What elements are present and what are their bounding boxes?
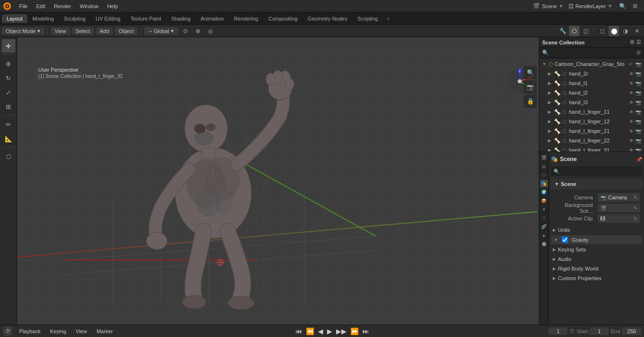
- pin-btn[interactable]: 📌: [636, 157, 642, 162]
- wireframe-shading[interactable]: ◻: [597, 26, 608, 36]
- render-9[interactable]: 📷: [635, 148, 641, 152]
- timeline-icon-btn[interactable]: ⏱: [3, 326, 12, 336]
- search-btn[interactable]: 🔍: [617, 1, 628, 11]
- vis-9[interactable]: 👁: [629, 148, 634, 152]
- add-menu[interactable]: Add: [96, 27, 113, 35]
- play-pause-btn[interactable]: ▶: [326, 327, 334, 335]
- units-section-header[interactable]: ▶ Units: [551, 226, 642, 234]
- background-value[interactable]: 🎬 ✎: [598, 204, 640, 212]
- clip-edit-btn[interactable]: ✎: [633, 216, 637, 221]
- tab-rendering[interactable]: Rendering: [229, 14, 263, 23]
- add-cube-tool[interactable]: ⬡: [2, 150, 15, 163]
- scene-name[interactable]: Scene: [542, 3, 557, 9]
- render-3[interactable]: 📷: [635, 90, 641, 96]
- transform-tool[interactable]: ⊞: [2, 100, 15, 113]
- tab-compositing[interactable]: Compositing: [263, 14, 302, 23]
- playback-menu[interactable]: Playback: [16, 327, 44, 335]
- visibility-btn-0[interactable]: 👁: [628, 62, 633, 67]
- outliner-filter-btn[interactable]: ⚙: [630, 39, 634, 45]
- render-7[interactable]: 📷: [635, 129, 641, 134]
- vis-3[interactable]: 👁: [629, 90, 634, 96]
- outliner-item-finger31[interactable]: ▶ 🦴 ⬡ hand_l_finger_31 👁 📷: [539, 145, 644, 152]
- outliner-options-btn[interactable]: ☰: [636, 39, 641, 45]
- current-frame-input[interactable]: 1: [548, 327, 568, 335]
- outliner-collection-root[interactable]: ▼ ⬡ Cartoon_Character_Gray_Sto 👁 📷: [539, 59, 644, 69]
- select-menu[interactable]: Select: [72, 27, 94, 35]
- snap-btn[interactable]: ⊕: [193, 26, 203, 36]
- vis-1[interactable]: 👁: [629, 71, 634, 76]
- material-props-btn[interactable]: ⬤: [540, 240, 548, 248]
- xray-toggle[interactable]: ◫: [580, 26, 591, 36]
- object-menu[interactable]: Object: [115, 27, 138, 35]
- camera-view-btn[interactable]: 📷: [524, 80, 537, 94]
- jump-end-btn[interactable]: ⏭: [361, 327, 371, 335]
- rigid-body-header[interactable]: ▶ Rigid Body World: [551, 264, 642, 273]
- marker-menu[interactable]: Marker: [94, 327, 116, 335]
- gravity-checkbox[interactable]: [562, 237, 568, 243]
- render-shading[interactable]: ☀: [632, 26, 642, 36]
- render-5[interactable]: 📷: [635, 109, 641, 115]
- outliner-item-finger21[interactable]: ▶ 🦴 ⬡ hand_l_finger_21 👁 📷: [539, 126, 644, 136]
- tab-shading[interactable]: Shading: [166, 14, 195, 23]
- object-data-props-btn[interactable]: ▲: [540, 231, 548, 239]
- outliner-search-input[interactable]: [551, 50, 634, 56]
- vis-4[interactable]: 👁: [629, 100, 634, 105]
- render-6[interactable]: 📷: [635, 119, 641, 124]
- active-clip-value[interactable]: 🎞 ✎: [598, 214, 640, 223]
- pivot-btn[interactable]: ⊙: [180, 26, 191, 36]
- measure-tool[interactable]: 📐: [2, 132, 15, 145]
- viewport-canvas[interactable]: User Perspective (1) Scene Collection | …: [17, 50, 539, 325]
- outliner-filter-icon[interactable]: ⚙: [636, 50, 641, 56]
- outliner-item-hand2r[interactable]: ▶ 🦴 ⬡ hand_2r 👁 📷: [539, 69, 644, 78]
- proportional-btn[interactable]: ◎: [205, 26, 216, 36]
- render-1[interactable]: 📷: [635, 71, 641, 76]
- vis-8[interactable]: 👁: [629, 138, 634, 143]
- world-props-btn[interactable]: 🌍: [540, 188, 548, 196]
- render-props-btn[interactable]: 🎬: [540, 154, 548, 162]
- tab-modeling[interactable]: Modeling: [28, 14, 59, 23]
- filter-btn[interactable]: ⚙: [630, 1, 640, 11]
- cursor-tool[interactable]: ✛: [2, 39, 15, 53]
- vis-5[interactable]: 👁: [629, 109, 634, 115]
- vis-6[interactable]: 👁: [629, 119, 634, 124]
- props-search-input[interactable]: [561, 169, 639, 174]
- step-back-btn[interactable]: ⏪: [305, 327, 316, 335]
- view-layer-props-btn[interactable]: ⬡: [540, 171, 548, 179]
- overlay-toggle[interactable]: ⬡: [569, 26, 579, 36]
- scale-tool[interactable]: ⤢: [2, 86, 15, 99]
- gravity-section-header[interactable]: ▼ Gravity: [551, 235, 642, 244]
- view-menu-timeline[interactable]: View: [73, 327, 90, 335]
- menu-render[interactable]: Render: [50, 2, 75, 10]
- viewport[interactable]: User Perspective (1) Scene Collection | …: [17, 37, 539, 325]
- outliner-item-finger11[interactable]: ▶ 🦴 ⬡ hand_l_finger_11 👁 📷: [539, 107, 644, 117]
- move-tool[interactable]: ⊕: [2, 57, 15, 70]
- menu-file[interactable]: File: [15, 2, 32, 10]
- outliner-item-handl3[interactable]: ▶ 🦴 ⬡ hand_l3 👁 📷: [539, 98, 644, 107]
- next-keyframe-btn[interactable]: ▶▶: [335, 327, 348, 335]
- keying-menu[interactable]: Keying: [47, 327, 69, 335]
- solid-shading[interactable]: ⬤: [609, 26, 619, 36]
- tab-scripting[interactable]: Scripting: [352, 14, 382, 23]
- outliner-item-handl1[interactable]: ▶ 🦴 ⬡ hand_l1 👁 📷: [539, 78, 644, 88]
- tab-geometry-nodes[interactable]: Geometry Nodes: [303, 14, 352, 23]
- lock-view-btn[interactable]: 🔒: [524, 95, 537, 108]
- outliner-item-handl2[interactable]: ▶ 🦴 ⬡ hand_l2 👁 📷: [539, 88, 644, 98]
- keying-section-header[interactable]: ▶ Keying Sets: [551, 245, 642, 254]
- material-shading[interactable]: ◑: [620, 26, 631, 36]
- object-mode-dropdown[interactable]: Object Mode ▼: [2, 27, 44, 35]
- render-8[interactable]: 📷: [635, 138, 641, 143]
- tab-uv-editing[interactable]: UV Editing: [91, 14, 125, 23]
- prev-keyframe-btn[interactable]: ◀: [317, 327, 325, 335]
- audio-section-header[interactable]: ▶ Audio: [551, 255, 642, 263]
- render-4[interactable]: 📷: [635, 100, 641, 105]
- bg-edit-btn[interactable]: ✎: [633, 206, 637, 211]
- render-2[interactable]: 📷: [635, 81, 641, 86]
- render-layer-name[interactable]: RenderLayer: [576, 3, 606, 9]
- output-props-btn[interactable]: 🖨: [540, 163, 548, 170]
- camera-value[interactable]: 📷 Camera ✎: [598, 193, 640, 202]
- outliner-item-finger12[interactable]: ▶ 🦴 ⬡ hand_l_finger_12 👁 📷: [539, 117, 644, 126]
- transform-dropdown[interactable]: ↔ Global ▼: [144, 27, 178, 35]
- physics-props-btn[interactable]: ⚛: [540, 214, 548, 222]
- custom-props-header[interactable]: ▶ Custom Properties: [551, 274, 642, 283]
- annotate-tool[interactable]: ✏: [2, 118, 15, 131]
